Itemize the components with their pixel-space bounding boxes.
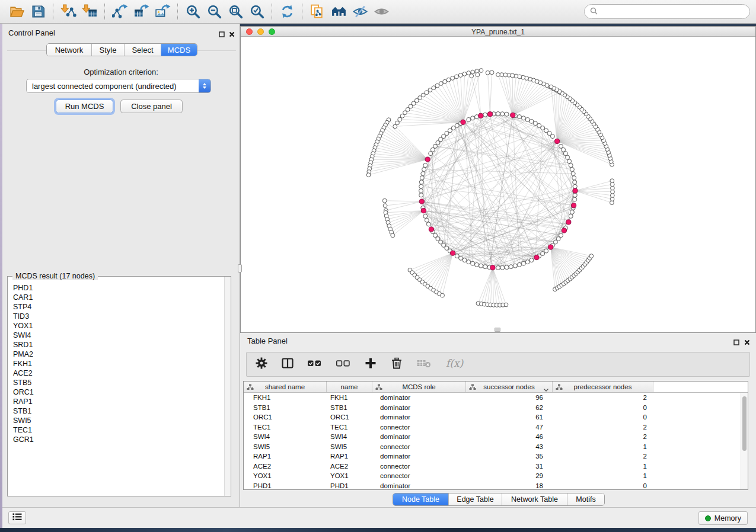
node-table: shared namenameMCDS rolesuccessor nodesp… <box>243 381 748 490</box>
mcds-result-item[interactable]: TEC1 <box>13 425 224 435</box>
hierarchy-icon <box>247 384 254 392</box>
close-table-panel-icon[interactable] <box>744 337 750 348</box>
close-panel-icon[interactable] <box>229 29 235 40</box>
export-table-button[interactable] <box>130 3 152 21</box>
mcds-result-item[interactable]: SWI5 <box>13 416 224 425</box>
mcds-result-item[interactable]: GCR1 <box>13 435 224 444</box>
hide-selected-button[interactable] <box>349 3 371 21</box>
panel-splitter-handle[interactable] <box>238 264 242 273</box>
cell-successor-nodes: 62 <box>466 404 553 411</box>
table-scrollbar-thumb[interactable] <box>742 396 747 451</box>
cell-predecessor-nodes: 2 <box>553 424 653 431</box>
mcds-list-scrollbar[interactable] <box>224 277 231 496</box>
cell-successor-nodes: 46 <box>466 433 553 440</box>
column-header-predecessor-nodes[interactable]: predecessor nodes <box>553 382 653 392</box>
cell-MCDS-role: dominator <box>372 404 466 411</box>
memory-button[interactable]: Memory <box>698 511 748 525</box>
svg-text:f(x): f(x) <box>446 357 464 369</box>
mcds-result-item[interactable]: SRD1 <box>13 340 224 350</box>
refresh-layout-button[interactable] <box>276 3 298 21</box>
unselect-all-button[interactable] <box>336 357 351 372</box>
export-network-button[interactable] <box>109 3 130 21</box>
table-row[interactable]: PHD1PHD1dominator180 <box>244 481 748 490</box>
zoom-fit-button[interactable] <box>225 3 246 21</box>
mcds-result-item[interactable]: SWI4 <box>13 331 224 340</box>
close-panel-button[interactable]: Close panel <box>120 100 183 113</box>
column-header-name[interactable]: name <box>327 382 372 392</box>
export-image-button[interactable] <box>152 3 173 21</box>
cell-MCDS-role: connector <box>372 472 466 479</box>
settings-button[interactable] <box>255 357 268 372</box>
mcds-result-item[interactable]: PMA2 <box>13 350 224 359</box>
import-network-button[interactable] <box>58 3 79 21</box>
toolbar-separator <box>53 4 53 20</box>
network-window-titlebar[interactable]: YPA_prune.txt_1 <box>241 27 755 37</box>
zoom-selected-button[interactable] <box>246 3 267 21</box>
mcds-result-item[interactable]: ACE2 <box>13 368 224 378</box>
import-table-icon <box>82 4 98 20</box>
network-graph-canvas[interactable] <box>241 37 755 332</box>
tab-network-table[interactable]: Network Table <box>502 493 567 505</box>
tab-mcds[interactable]: MCDS <box>161 44 197 56</box>
table-row[interactable]: ORC1ORC1dominator610 <box>244 412 748 422</box>
run-mcds-button[interactable]: Run MCDS <box>56 100 113 113</box>
column-header-MCDS-role[interactable]: MCDS role <box>372 382 466 392</box>
mcds-result-item[interactable]: STB1 <box>13 406 224 416</box>
tab-motifs[interactable]: Motifs <box>567 493 604 505</box>
optimization-criterion-select[interactable]: largest connected component (undirected) <box>26 79 211 93</box>
tab-select[interactable]: Select <box>125 44 161 56</box>
table-scrollbar[interactable] <box>741 393 748 489</box>
clone-network-icon <box>310 4 326 20</box>
cell-MCDS-role: connector <box>372 443 466 450</box>
delete-column-button[interactable] <box>390 357 403 372</box>
search-input[interactable] <box>601 8 744 16</box>
table-row[interactable]: FKH1FKH1dominator962 <box>244 393 748 403</box>
control-panel-title: Control Panel <box>8 28 55 37</box>
zoom-out-button[interactable] <box>203 3 225 21</box>
select-all-button[interactable] <box>307 357 323 372</box>
search-box[interactable] <box>584 4 750 19</box>
mcds-result-item[interactable]: CAR1 <box>13 293 224 302</box>
dropdown-stepper-icon <box>199 79 210 92</box>
table-row[interactable]: SWI4SWI4dominator462 <box>244 432 748 442</box>
table-row[interactable]: ACE2ACE2connector311 <box>244 462 748 472</box>
clone-network-button[interactable] <box>307 3 328 21</box>
mcds-result-item[interactable]: TID3 <box>13 312 224 321</box>
save-session-button[interactable] <box>27 3 49 21</box>
cell-shared-name: YOX1 <box>244 472 327 479</box>
first-neighbors-button[interactable] <box>328 3 349 21</box>
tab-edge-table[interactable]: Edge Table <box>449 493 502 505</box>
open-file-button[interactable] <box>6 3 27 21</box>
add-column-button[interactable] <box>364 357 377 372</box>
toolbar-separator <box>302 4 302 20</box>
table-row[interactable]: TEC1TEC1connector472 <box>244 422 748 432</box>
tab-node-table[interactable]: Node Table <box>393 493 449 505</box>
table-row[interactable]: RAP1RAP1dominator352 <box>244 451 748 462</box>
mcds-result-item[interactable]: PHD1 <box>13 283 224 293</box>
table-header-row: shared namenameMCDS rolesuccessor nodesp… <box>244 382 748 393</box>
import-table-button[interactable] <box>79 3 100 21</box>
tab-network[interactable]: Network <box>47 44 92 56</box>
mcds-result-item[interactable]: STP4 <box>13 302 224 312</box>
table-row[interactable]: STB1STB1dominator620 <box>244 403 748 413</box>
float-table-panel-icon[interactable] <box>733 337 739 348</box>
cell-successor-nodes: 43 <box>466 443 553 450</box>
show-all-button[interactable] <box>371 3 392 21</box>
columns-button[interactable] <box>281 357 294 372</box>
network-scrollbar-thumb[interactable] <box>495 328 500 332</box>
mcds-result-item[interactable]: FKH1 <box>13 359 224 368</box>
tab-style[interactable]: Style <box>92 44 125 56</box>
table-row[interactable]: YOX1YOX1connector291 <box>244 471 748 481</box>
table-row[interactable]: SWI5SWI5connector431 <box>244 442 748 452</box>
column-header-successor-nodes[interactable]: successor nodes <box>466 382 553 392</box>
mcds-result-item[interactable]: ORC1 <box>13 387 224 397</box>
mcds-result-item[interactable]: STB5 <box>13 378 224 387</box>
mcds-result-item[interactable]: YOX1 <box>13 321 224 331</box>
cell-name: FKH1 <box>327 394 372 401</box>
panel-menu-button[interactable] <box>8 511 26 524</box>
float-panel-icon[interactable] <box>219 29 225 40</box>
zoom-in-button[interactable] <box>182 3 203 21</box>
mcds-result-item[interactable]: RAP1 <box>13 397 224 406</box>
column-header-shared-name[interactable]: shared name <box>244 382 327 392</box>
sort-chevron-icon[interactable] <box>544 386 548 393</box>
